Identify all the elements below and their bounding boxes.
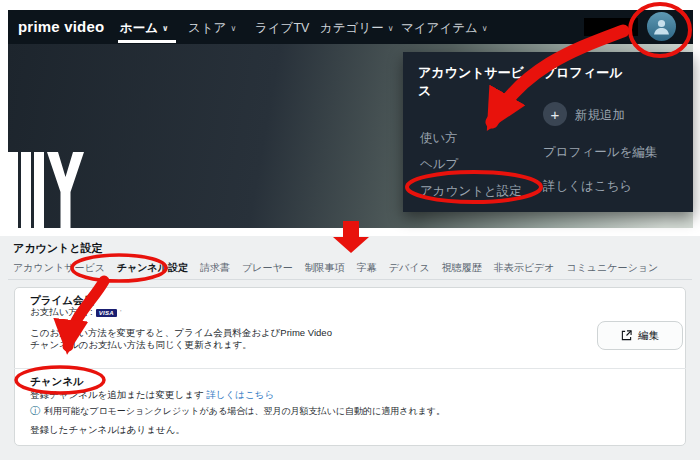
top-navbar: prime video ホーム∨ ストア∨ ライブTV カテゴリー∨ マイアイテ… — [8, 10, 693, 44]
redacted-username-box — [584, 18, 638, 36]
info-icon: ⓘ — [30, 405, 40, 416]
menu-item-help[interactable]: ヘルプ — [420, 156, 458, 173]
nav-item-home[interactable]: ホーム∨ — [120, 20, 169, 37]
channels-heading: チャンネル — [30, 375, 84, 389]
tab-hidden-videos[interactable]: 非表示ビデオ — [494, 261, 555, 275]
account-dropdown-menu: アカウントサービス 使い方 ヘルプ アカウントと設定 プロフィール + 新規追加… — [403, 52, 693, 212]
visa-card-badge: VISA — [96, 309, 117, 317]
settings-tab-bar: アカウントサービス チャンネル設定 請求書 プレーヤー 制限事項 字幕 デバイス… — [13, 261, 658, 275]
prime-video-logo[interactable]: prime video — [18, 18, 104, 35]
menu-item-edit-profiles[interactable]: プロフィールを編集 — [543, 144, 657, 161]
nav-item-categories[interactable]: カテゴリー∨ — [320, 20, 394, 37]
tab-subtitles[interactable]: 字幕 — [357, 261, 377, 275]
card-section-divider — [14, 368, 686, 369]
edit-payment-button[interactable]: 編集 — [597, 321, 683, 350]
plus-icon: + — [551, 106, 560, 123]
learn-more-link[interactable]: 詳しくはこちら — [206, 389, 274, 400]
nav-item-livetv[interactable]: ライブTV — [255, 20, 309, 37]
menu-item-account-and-settings[interactable]: アカウントと設定 — [420, 183, 522, 200]
tab-communications[interactable]: コミュニケーション — [566, 261, 658, 275]
payment-method-row: お支払い方法 :VISA' — [30, 306, 121, 319]
chevron-down-icon: ∨ — [162, 24, 169, 33]
payment-suffix: ' — [120, 308, 122, 317]
hero-title-letters — [8, 150, 90, 228]
menu-item-new-profile[interactable]: 新規追加 — [575, 107, 625, 124]
tab-devices[interactable]: デバイス — [389, 261, 430, 275]
menu-header-profiles: プロフィール — [543, 64, 623, 82]
promo-credit-info-row: ⓘ利用可能なプロモーションクレジットがある場合は、翌月の月額支払いに自動的に適用… — [30, 404, 445, 418]
menu-item-how-to-use[interactable]: 使い方 — [420, 130, 458, 147]
no-channels-message: 登録したチャンネルはありません。 — [30, 424, 185, 437]
edit-button-label: 編集 — [638, 329, 659, 343]
tab-player[interactable]: プレーヤー — [242, 261, 293, 275]
tab-restrictions[interactable]: 制限事項 — [305, 261, 345, 275]
tab-watch-history[interactable]: 視聴履歴 — [442, 261, 482, 275]
chevron-down-icon: ∨ — [388, 24, 394, 33]
chevron-down-icon: ∨ — [230, 24, 236, 33]
tab-account-services[interactable]: アカウントサービス — [13, 261, 105, 275]
channels-description-row: 登録チャンネルを追加または変更します 詳しくはこちら — [30, 389, 274, 402]
menu-item-learn-more[interactable]: 詳しくはこちら — [543, 178, 632, 195]
nav-item-my-items[interactable]: マイアイテム∨ — [401, 20, 488, 37]
active-nav-underline — [118, 40, 176, 43]
menu-header-account-services: アカウントサービス — [418, 64, 536, 99]
payment-note-line2: チャンネルのお支払い方法も同じく更新されます。 — [30, 339, 252, 352]
tab-bar-divider — [8, 279, 692, 280]
add-profile-button[interactable]: + — [543, 102, 567, 126]
tab-channel-settings[interactable]: チャンネル設定 — [117, 261, 188, 275]
chevron-down-icon: ∨ — [482, 24, 488, 33]
person-icon — [651, 16, 672, 37]
nav-item-store[interactable]: ストア∨ — [188, 20, 236, 37]
profile-avatar-button[interactable] — [647, 12, 676, 41]
page-title: アカウントと設定 — [13, 241, 103, 256]
external-link-icon — [621, 330, 632, 341]
tab-invoices[interactable]: 請求書 — [200, 261, 230, 275]
